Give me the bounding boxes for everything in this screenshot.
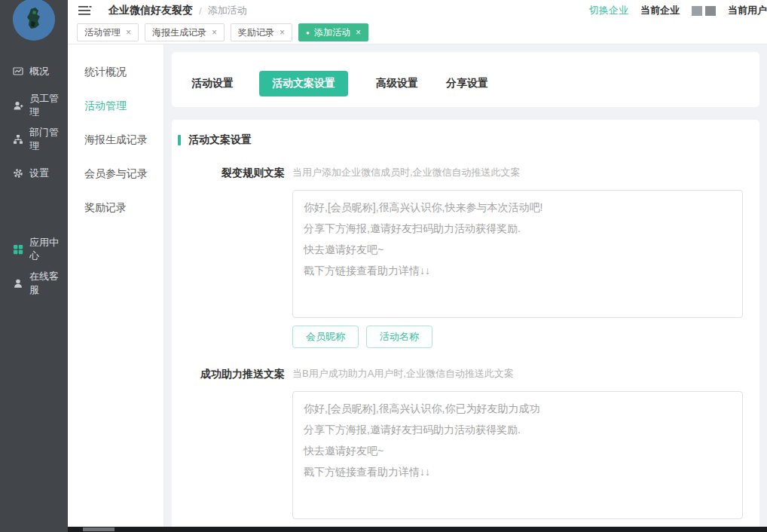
tab-activity-copy-settings[interactable]: 活动文案设置 [259,71,348,96]
bottom-window-strip [68,527,767,532]
page-tab-poster-records[interactable]: 海报生成记录 × [145,23,225,41]
submenu-activity-management[interactable]: 活动管理 [68,89,163,123]
sidebar-item-overview[interactable]: 概况 [0,54,68,88]
gear-icon [12,167,23,179]
open-tabs-bar: 活动管理 × 海报生成记录 × 奖励记录 × ● 添加活动 × [68,21,767,44]
section-title: 活动文案设置 [178,133,743,147]
field-hint: 当B用户成功助力A用户时,企业微信自动推送此文案 [292,366,743,381]
sidebar-item-label: 应用中心 [29,236,68,263]
page-tab-add-activity[interactable]: ● 添加活动 × [298,23,368,41]
company-logo-avatar[interactable] [13,0,55,41]
submenu-statistics-overview[interactable]: 统计概况 [68,55,163,89]
settings-tabs-card: 活动设置 活动文案设置 高级设置 分享设置 [172,52,759,107]
sidebar-item-label: 设置 [29,167,49,180]
field-label: 裂变规则文案 [178,165,285,348]
customer-service-icon [12,277,23,289]
tab-activity-settings[interactable]: 活动设置 [191,71,234,96]
form-row-assist-success-copy: 成功助力推送文案 当B用户成功助力A用户时,企业微信自动推送此文案 你好,[会员… [178,366,743,532]
tab-advanced-settings[interactable]: 高级设置 [376,71,418,96]
app-window: 概况 员工管理 部门管理 设置 应用中心 [0,0,767,532]
avatar-figure [13,0,55,41]
field-body: 当B用户成功助力A用户时,企业微信自动推送此文案 你好,[会员昵称],很高兴认识… [292,366,743,532]
sidebar-item-label: 员工管理 [29,92,68,119]
collapse-menu-icon[interactable] [78,5,92,16]
sidebar-item-employees[interactable]: 员工管理 [0,88,68,122]
employee-icon [12,99,23,111]
copy-settings-card: 活动文案设置 裂变规则文案 当用户添加企业微信成员时,企业微信自动推送此文案 你… [172,120,759,532]
current-company-label: 当前企业 [640,4,680,17]
field-body: 当用户添加企业微信成员时,企业微信自动推送此文案 你好,[会员昵称],很高兴认识… [292,165,743,348]
submenu-poster-records[interactable]: 海报生成记录 [68,123,163,157]
app-grid-icon [12,243,23,255]
section-title-text: 活动文案设置 [188,133,252,147]
topbar-right: 切换企业 当前企业 当前用户 [589,4,767,17]
field-label: 成功助力推送文案 [178,366,285,532]
page-body: 统计概况 活动管理 海报生成记录 会员参与记录 奖励记录 活动设置 活动文案设置… [68,44,767,532]
field-hint: 当用户添加企业微信成员时,企业微信自动推送此文案 [292,165,743,180]
secondary-sidebar: 统计概况 活动管理 海报生成记录 会员参与记录 奖励记录 [68,44,164,532]
insert-activity-name-button[interactable]: 活动名称 [366,326,432,348]
breadcrumb-separator: / [199,5,202,17]
logo-area [0,0,68,45]
submenu-reward-records[interactable]: 奖励记录 [68,191,163,225]
company-name-redacted [692,6,716,16]
insert-member-nickname-button[interactable]: 会员昵称 [292,326,359,348]
sidebar-item-departments[interactable]: 部门管理 [0,122,68,156]
overview-chart-icon [12,66,23,77]
sidebar-item-online-support[interactable]: 在线客服 [0,266,68,300]
breadcrumb-current-page: 添加活动 [208,4,247,17]
active-tab-dot-icon: ● [306,29,310,36]
switch-company-link[interactable]: 切换企业 [589,4,628,17]
content-area: 活动设置 活动文案设置 高级设置 分享设置 活动文案设置 裂变规则文案 当用户添… [164,44,767,532]
sidebar-item-settings[interactable]: 设置 [0,156,68,190]
tab-share-settings[interactable]: 分享设置 [446,71,488,96]
section-accent-bar [178,135,181,145]
fission-rule-copy-textarea[interactable]: 你好,[会员昵称],很高兴认识你,快来参与本次活动吧! 分享下方海报,邀请好友扫… [292,190,743,318]
assist-success-copy-textarea[interactable]: 你好,[会员昵称],很高兴认识你,你已为好友助力成功 分享下方海报,邀请好友扫码… [292,391,743,519]
close-tab-icon[interactable]: × [212,27,217,38]
sidebar-item-label: 概况 [29,65,49,78]
close-tab-icon[interactable]: × [356,27,361,38]
department-tree-icon [12,133,23,145]
sidebar-item-app-center[interactable]: 应用中心 [0,232,68,266]
sidebar-item-label: 在线客服 [29,270,68,297]
breadcrumb-app-name[interactable]: 企业微信好友裂变 [108,4,193,17]
close-tab-icon[interactable]: × [280,27,285,38]
page-tab-reward-records[interactable]: 奖励记录 × [231,23,292,41]
top-bar: 企业微信好友裂变 / 添加活动 切换企业 当前企业 当前用户 [68,0,767,21]
form-row-fission-rule-copy: 裂变规则文案 当用户添加企业微信成员时,企业微信自动推送此文案 你好,[会员昵称… [178,165,743,348]
page-tab-label: 奖励记录 [238,26,274,39]
current-user-label: 当前用户 [728,4,767,17]
close-tab-icon[interactable]: × [126,27,131,38]
page-tab-activity-management[interactable]: 活动管理 × [77,23,139,41]
submenu-member-participation[interactable]: 会员参与记录 [68,157,163,191]
insert-variable-buttons: 会员昵称 活动名称 [292,326,743,348]
main-area: 企业微信好友裂变 / 添加活动 切换企业 当前企业 当前用户 活动管理 × 海报… [68,0,767,532]
page-tab-label: 海报生成记录 [152,26,206,39]
bottom-strip-segment [83,527,115,531]
page-tab-label: 添加活动 [314,26,350,39]
sidebar-item-label: 部门管理 [29,126,68,153]
page-tab-label: 活动管理 [84,26,121,39]
primary-sidebar: 概况 员工管理 部门管理 设置 应用中心 [0,0,68,532]
